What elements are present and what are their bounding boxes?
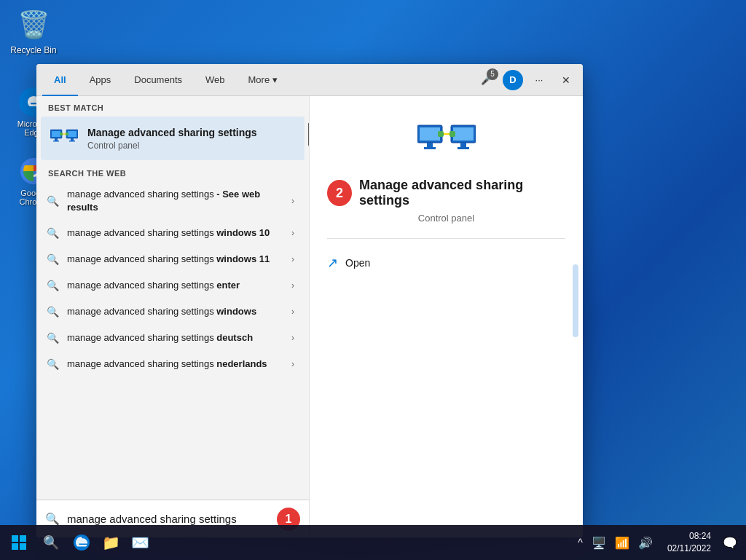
badge-count: 5	[487, 68, 498, 80]
taskbar-mail-icon[interactable]: ✉️	[125, 528, 154, 557]
search-bar-icon: 🔍	[45, 512, 60, 526]
search-result-text-1: manage advanced sharing settings windows…	[67, 226, 278, 240]
recycle-bin-image: 🗑️	[16, 7, 51, 42]
search-result-icon-3: 🔍	[45, 278, 60, 293]
search-result-4[interactable]: 🔍 manage advanced sharing settings windo…	[36, 299, 309, 325]
detail-panel: 2 Manage advanced sharing settings Contr…	[310, 96, 583, 293]
clock-date: 02/11/2022	[667, 543, 711, 555]
search-icon: 🔍	[43, 535, 59, 551]
folder-icon: 📁	[102, 534, 120, 551]
svg-rect-4	[52, 131, 60, 137]
wifi-icon[interactable]: 📶	[612, 533, 632, 553]
svg-rect-9	[71, 138, 74, 141]
search-result-1[interactable]: 🔍 manage advanced sharing settings windo…	[36, 220, 309, 246]
more-options-button[interactable]: ···	[527, 68, 551, 92]
search-web-section-label: Search the web	[36, 160, 309, 182]
search-result-icon-4: 🔍	[45, 304, 60, 319]
search-content: Best match	[36, 96, 583, 537]
desktop: 🗑️ Recycle Bin MicrosoftEdge GoogleChrom…	[0, 0, 746, 560]
svg-rect-16	[420, 127, 440, 141]
ellipsis-icon: ···	[535, 74, 543, 85]
search-result-2[interactable]: 🔍 manage advanced sharing settings windo…	[36, 246, 309, 272]
result-arrow-1: ›	[286, 226, 300, 240]
search-result-icon-1: 🔍	[45, 226, 60, 240]
notification-icon: 🗨️	[723, 536, 737, 550]
svg-rect-6	[53, 141, 59, 142]
svg-rect-18	[424, 147, 436, 149]
search-result-text-3: manage advanced sharing settings enter	[67, 279, 278, 292]
best-match-text: Manage advanced sharing settings Control…	[87, 126, 296, 151]
result-arrow-3: ›	[286, 278, 300, 293]
taskbar-explorer-icon[interactable]: 📁	[96, 528, 125, 557]
svg-rect-17	[427, 143, 433, 147]
user-avatar[interactable]: D	[503, 70, 523, 90]
taskbar-search-button[interactable]: 🔍	[35, 527, 67, 559]
result-arrow-5: ›	[286, 331, 300, 345]
result-arrow-0: ›	[286, 194, 300, 208]
best-match-section-label: Best match	[36, 96, 309, 117]
clock-time: 08:24	[667, 530, 711, 543]
mic-button[interactable]: 🎤 5	[475, 68, 498, 92]
svg-rect-25	[449, 131, 455, 137]
chevron-down-icon: ▾	[272, 74, 278, 85]
search-result-3[interactable]: 🔍 manage advanced sharing settings enter…	[36, 272, 309, 299]
left-panel: Best match	[36, 96, 310, 537]
svg-rect-20	[453, 127, 474, 141]
search-input[interactable]	[67, 513, 270, 525]
detail-badge-2: 2	[327, 180, 352, 206]
open-label: Open	[345, 257, 370, 269]
result-arrow-2: ›	[286, 252, 300, 267]
tab-more[interactable]: More ▾	[237, 64, 290, 96]
result-arrow-4: ›	[286, 304, 300, 319]
chevron-up-icon[interactable]: ^	[575, 534, 586, 551]
tab-web[interactable]: Web	[194, 64, 237, 96]
search-result-text-6: manage advanced sharing settings nederla…	[67, 358, 278, 371]
close-button[interactable]: ✕	[555, 69, 577, 91]
best-match-item[interactable]: Manage advanced sharing settings Control…	[41, 117, 305, 160]
right-panel: 2 Manage advanced sharing settings Contr…	[310, 96, 583, 537]
tab-all[interactable]: All	[42, 64, 78, 96]
search-result-icon-0: 🔍	[45, 194, 60, 208]
search-result-5[interactable]: 🔍 manage advanced sharing settings deuts…	[36, 325, 309, 351]
tab-documents[interactable]: Documents	[122, 64, 194, 96]
search-result-text-5: manage advanced sharing settings deutsch	[67, 331, 278, 344]
start-button[interactable]	[3, 527, 35, 559]
volume-icon[interactable]: 🔊	[635, 533, 656, 553]
network-settings-icon	[50, 124, 79, 153]
svg-rect-5	[55, 138, 58, 141]
search-result-6[interactable]: 🔍 manage advanced sharing settings neder…	[36, 351, 309, 377]
detail-subtitle: Control panel	[418, 213, 474, 224]
open-icon: ↗	[327, 255, 338, 271]
system-clock[interactable]: 08:24 02/11/2022	[661, 530, 717, 555]
search-result-icon-5: 🔍	[45, 331, 60, 345]
svg-rect-12	[60, 133, 63, 135]
svg-rect-8	[68, 131, 76, 137]
detail-divider	[327, 238, 565, 239]
search-tabs-bar: All Apps Documents Web More ▾ 🎤 5 D ··· …	[36, 64, 583, 96]
network-tray-icon[interactable]: 🖥️	[589, 533, 609, 553]
windows-logo-icon	[12, 535, 26, 550]
scrollbar[interactable]	[573, 264, 578, 337]
search-result-text-2: manage advanced sharing settings windows…	[67, 253, 278, 266]
svg-rect-22	[458, 147, 469, 149]
search-result-icon-6: 🔍	[45, 357, 60, 371]
detail-title-row: 2 Manage advanced sharing settings	[327, 178, 565, 208]
search-result-0[interactable]: 🔍 manage advanced sharing settings - See…	[36, 182, 309, 220]
search-result-text-4: manage advanced sharing settings windows	[67, 305, 278, 318]
detail-icon	[417, 119, 476, 166]
tab-icons-group: 🎤 5 D ··· ✕	[475, 68, 577, 92]
svg-rect-21	[460, 143, 466, 147]
svg-rect-13	[66, 133, 68, 135]
detail-full-title: Manage advanced sharing settings	[359, 178, 565, 208]
best-match-title: Manage advanced sharing settings	[87, 126, 296, 139]
notification-button[interactable]: 🗨️	[717, 529, 743, 556]
taskbar: 🔍 📁 ✉️ ^ 🖥️ 📶 🔊 08:24 02/11/2022	[0, 525, 746, 560]
search-result-text-0: manage advanced sharing settings - See w…	[67, 188, 278, 214]
search-window: All Apps Documents Web More ▾ 🎤 5 D ··· …	[36, 64, 583, 537]
search-result-icon-2: 🔍	[45, 252, 60, 267]
recycle-bin-icon[interactable]: 🗑️ Recycle Bin	[7, 7, 60, 55]
mail-icon: ✉️	[131, 534, 149, 551]
taskbar-edge-icon[interactable]	[67, 528, 96, 557]
open-action[interactable]: ↗ Open	[327, 251, 565, 275]
tab-apps[interactable]: Apps	[78, 64, 123, 96]
